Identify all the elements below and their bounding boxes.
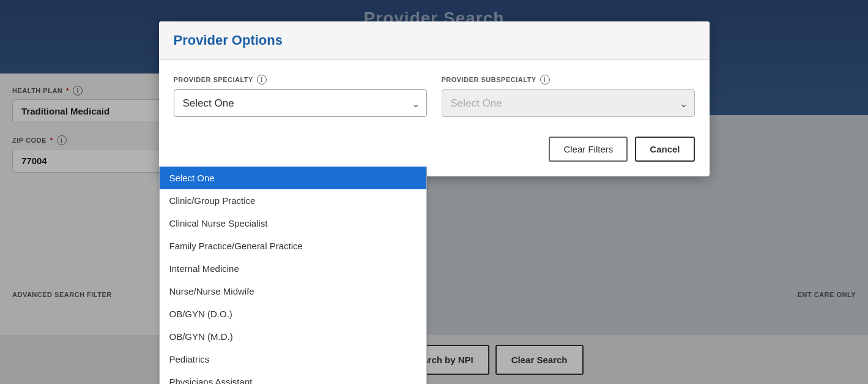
clear-filters-button[interactable]: Clear Filters	[549, 137, 628, 162]
modal-dialog: Provider Options PROVIDER SPECIALTY i Se…	[159, 21, 710, 176]
dropdown-item[interactable]: Physicians Assistant	[160, 371, 426, 384]
provider-specialty-field: PROVIDER SPECIALTY i Select OneClinic/Gr…	[174, 75, 427, 117]
specialty-dropdown-list: Select OneClinic/Group PracticeClinical …	[159, 167, 427, 384]
dropdown-item[interactable]: Clinical Nurse Specialist	[160, 212, 426, 235]
specialty-info-icon[interactable]: i	[257, 75, 267, 85]
modal-overlay: Provider Options PROVIDER SPECIALTY i Se…	[0, 0, 868, 384]
dropdown-item[interactable]: Clinic/Group Practice	[160, 189, 426, 212]
modal-title: Provider Options	[174, 32, 283, 48]
provider-subspecialty-select[interactable]: Select One	[442, 89, 695, 117]
modal-header: Provider Options	[159, 21, 710, 60]
dropdown-item[interactable]: Family Practice/General Practice	[160, 235, 426, 257]
dropdown-item[interactable]: OB/GYN (D.O.)	[160, 303, 426, 325]
dropdown-item[interactable]: Internal Medicine	[160, 257, 426, 280]
modal-fields-row: PROVIDER SPECIALTY i Select OneClinic/Gr…	[174, 75, 695, 117]
dropdown-item[interactable]: Pediatrics	[160, 348, 426, 371]
modal-body: PROVIDER SPECIALTY i Select OneClinic/Gr…	[159, 60, 710, 176]
provider-subspecialty-field: PROVIDER SUBSPECIALTY i Select One ⌄	[442, 75, 695, 117]
dropdown-item[interactable]: Nurse/Nurse Midwife	[160, 280, 426, 303]
dropdown-item[interactable]: OB/GYN (M.D.)	[160, 325, 426, 348]
provider-subspecialty-wrapper: Select One ⌄	[442, 89, 695, 117]
dropdown-item[interactable]: Select One	[160, 167, 426, 189]
provider-subspecialty-label: PROVIDER SUBSPECIALTY i	[442, 75, 695, 85]
provider-specialty-wrapper: Select OneClinic/Group PracticeClinical …	[174, 89, 427, 117]
provider-specialty-label: PROVIDER SPECIALTY i	[174, 75, 427, 85]
cancel-button[interactable]: Cancel	[635, 137, 694, 162]
modal-actions: Clear Filters Cancel	[174, 127, 695, 162]
provider-specialty-select[interactable]: Select OneClinic/Group PracticeClinical …	[174, 89, 427, 117]
subspecialty-info-icon[interactable]: i	[540, 75, 550, 85]
